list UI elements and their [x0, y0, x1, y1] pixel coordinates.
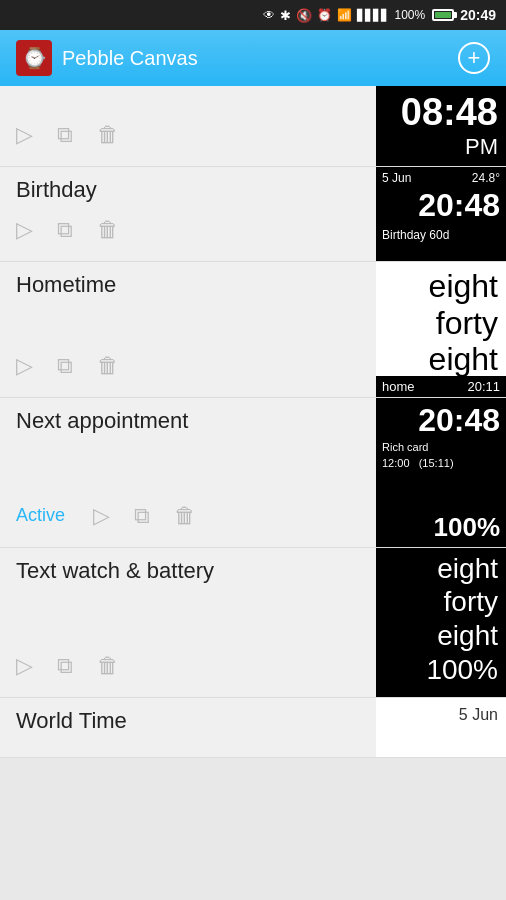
content-area: ▷ ⧉ 🗑 08:48 PM Birthday ▷ ⧉ 🗑 5 Jun 24.8…	[0, 86, 506, 900]
preview-temp: 24.8°	[472, 171, 500, 185]
alarm-icon: ⏰	[317, 8, 332, 22]
item-left: Text watch & battery ▷ ⧉ 🗑	[0, 548, 376, 697]
watch-preview-hometime: eightfortyeight home 20:11	[376, 262, 506, 397]
watch-name: Next appointment	[16, 408, 376, 434]
action-icons: Active ▷ ⧉ 🗑	[16, 495, 376, 537]
preview-world-date: 5 Jun	[459, 706, 498, 724]
list-item: Text watch & battery ▷ ⧉ 🗑 eightfortyeig…	[0, 548, 506, 698]
header-left: Pebble Canvas	[16, 40, 198, 76]
app-title: Pebble Canvas	[62, 47, 198, 70]
bluetooth-icon: ✱	[280, 8, 291, 23]
eye-icon: 👁	[263, 8, 275, 22]
delete-icon[interactable]: 🗑	[174, 503, 196, 529]
preview-time: 20:48	[382, 187, 500, 224]
action-icons: ▷ ⧉ 🗑	[16, 645, 376, 687]
action-icons: ▷ ⧉ 🗑	[16, 209, 376, 251]
mute-icon: 🔇	[296, 8, 312, 23]
status-bar: 👁 ✱ 🔇 ⏰ 📶 ▋▋▋▋ 100% 20:49	[0, 0, 506, 30]
list-item: Next appointment Active ▷ ⧉ 🗑 20:48 Rich…	[0, 398, 506, 548]
delete-icon[interactable]: 🗑	[97, 653, 119, 679]
preview-ampm: PM	[465, 134, 498, 160]
copy-icon[interactable]: ⧉	[57, 122, 73, 148]
watch-name: Hometime	[16, 272, 376, 298]
watch-preview-partial: 08:48 PM	[376, 86, 506, 166]
preview-event: Birthday 60d	[382, 228, 500, 242]
list-item: ▷ ⧉ 🗑 08:48 PM	[0, 86, 506, 167]
item-left: Next appointment Active ▷ ⧉ 🗑	[0, 398, 376, 547]
copy-icon[interactable]: ⧉	[57, 653, 73, 679]
send-icon[interactable]: ▷	[93, 503, 110, 529]
watch-preview-next-appt: 20:48 Rich card12:00 (15:11) 100%	[376, 398, 506, 547]
app-icon	[16, 40, 52, 76]
watch-preview-birthday: 5 Jun 24.8° 20:48 Birthday 60d	[376, 167, 506, 261]
item-left: Hometime ▷ ⧉ 🗑	[0, 262, 376, 397]
status-time: 20:49	[460, 7, 496, 23]
signal-icon: ▋▋▋▋	[357, 9, 389, 22]
preview-text-watch-content: eightfortyeight100%	[382, 552, 498, 686]
copy-icon[interactable]: ⧉	[134, 503, 150, 529]
preview-home-time: home 20:11	[376, 376, 506, 397]
action-icons: ▷ ⧉ 🗑	[16, 345, 376, 387]
status-icons: 👁 ✱ 🔇 ⏰ 📶 ▋▋▋▋ 100%	[263, 8, 454, 23]
item-left: World Time	[0, 698, 376, 757]
list-item: Birthday ▷ ⧉ 🗑 5 Jun 24.8° 20:48 Birthda…	[0, 167, 506, 262]
app-header: Pebble Canvas +	[0, 30, 506, 86]
send-icon[interactable]: ▷	[16, 353, 33, 379]
preview-location: home	[382, 379, 415, 394]
list-item: Hometime ▷ ⧉ 🗑 eightfortyeight home 20:1…	[0, 262, 506, 398]
delete-icon[interactable]: 🗑	[97, 217, 119, 243]
battery-label: 100%	[394, 8, 425, 22]
action-icons: ▷ ⧉ 🗑	[16, 114, 376, 156]
preview-appt-details: Rich card12:00 (15:11)	[382, 439, 500, 472]
send-icon[interactable]: ▷	[16, 122, 33, 148]
send-icon[interactable]: ▷	[16, 217, 33, 243]
wifi-icon: 📶	[337, 8, 352, 22]
watch-name: Text watch & battery	[16, 558, 376, 584]
preview-appt-time: 20:48	[382, 402, 500, 439]
delete-icon[interactable]: 🗑	[97, 353, 119, 379]
watch-preview-world-time: 5 Jun	[376, 698, 506, 757]
active-label: Active	[16, 505, 65, 526]
copy-icon[interactable]: ⧉	[57, 217, 73, 243]
preview-text-time: eightfortyeight	[376, 262, 506, 378]
preview-date: 5 Jun	[382, 171, 411, 185]
watch-preview-text-watch: eightfortyeight100%	[376, 548, 506, 697]
item-left-partial: ▷ ⧉ 🗑	[0, 86, 376, 166]
list-item: World Time 5 Jun	[0, 698, 506, 758]
add-button[interactable]: +	[458, 42, 490, 74]
send-icon[interactable]: ▷	[16, 653, 33, 679]
battery-icon	[432, 9, 454, 21]
preview-time: 08:48	[401, 92, 498, 134]
item-left: Birthday ▷ ⧉ 🗑	[0, 167, 376, 261]
watch-name: Birthday	[16, 177, 376, 203]
watch-name: World Time	[16, 708, 376, 734]
delete-icon[interactable]: 🗑	[97, 122, 119, 148]
preview-local-time: 20:11	[467, 379, 500, 394]
preview-battery: 100%	[376, 508, 506, 547]
copy-icon[interactable]: ⧉	[57, 353, 73, 379]
